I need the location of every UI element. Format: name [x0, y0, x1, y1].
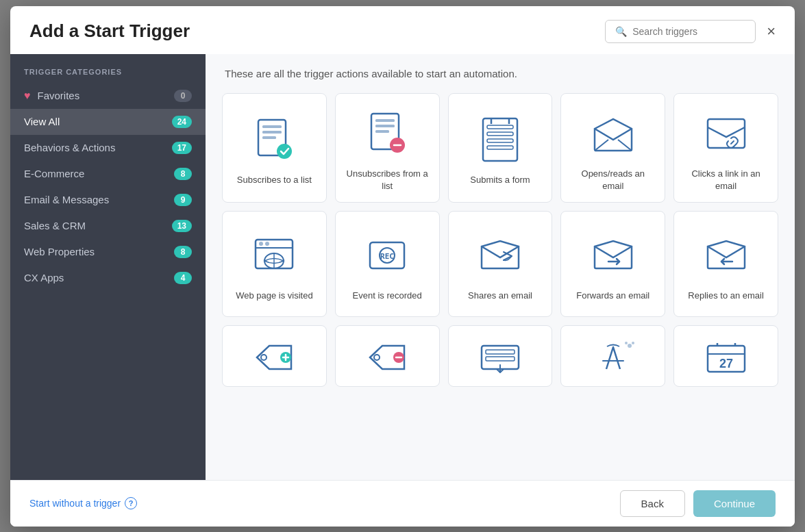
sidebar-label-favorites: Favorites	[38, 90, 80, 101]
sidebar-badge-favorites: 0	[174, 90, 192, 102]
trigger-label-submits-form: Submits a form	[470, 174, 530, 186]
svg-point-30	[374, 355, 380, 360]
data-import-icon	[473, 338, 528, 377]
sidebar-section-label: TRIGGER CATEGORIES	[10, 68, 206, 83]
sidebar-badge-email-messages: 9	[174, 194, 192, 206]
trigger-card-date-trigger[interactable]: 27	[673, 325, 778, 387]
svg-rect-3	[262, 136, 276, 139]
sidebar: TRIGGER CATEGORIES ♥ Favorites 0 View Al…	[10, 54, 206, 480]
trigger-label-opens-reads-email: Opens/reads an email	[569, 168, 656, 192]
sidebar-item-cx-apps[interactable]: CX Apps 4	[10, 265, 206, 291]
sidebar-item-sales-crm[interactable]: Sales & CRM 13	[10, 213, 206, 239]
email-share-icon	[473, 228, 528, 283]
sidebar-item-behaviors-actions[interactable]: Behaviors & Actions 17	[10, 135, 206, 161]
svg-rect-6	[375, 119, 395, 122]
modal-footer: Start without a trigger ? Back Continue	[10, 480, 795, 527]
sidebar-label-email-messages: Email & Messages	[24, 194, 109, 205]
svg-point-35	[628, 344, 632, 348]
add-trigger-modal: Add a Start Trigger 🔍 × TRIGGER CATEGORI…	[10, 6, 795, 527]
sidebar-item-email-messages[interactable]: Email & Messages 9	[10, 187, 206, 213]
form-icon	[473, 112, 528, 167]
svg-rect-34	[486, 357, 515, 361]
svg-point-4	[277, 144, 292, 159]
sidebar-label-web-properties: Web Properties	[24, 246, 95, 257]
continue-button[interactable]: Continue	[693, 490, 776, 517]
back-button[interactable]: Back	[620, 490, 685, 517]
triggers-grid: Subscribes to a list	[222, 93, 778, 387]
sidebar-badge-ecommerce: 8	[174, 168, 192, 180]
sidebar-label-ecommerce: E-Commerce	[24, 168, 84, 179]
sidebar-item-web-properties[interactable]: Web Properties 8	[10, 239, 206, 265]
email-link-icon	[699, 106, 754, 161]
sidebar-badge-behaviors-actions: 17	[172, 142, 192, 154]
email-reply-icon	[699, 228, 754, 283]
main-content: These are all the trigger actions availa…	[206, 54, 795, 480]
search-input[interactable]	[632, 26, 745, 37]
search-box[interactable]: 🔍	[605, 20, 756, 43]
svg-point-22	[265, 242, 269, 246]
start-without-trigger[interactable]: Start without a trigger ?	[29, 497, 137, 509]
sidebar-label-cx-apps: CX Apps	[24, 272, 64, 283]
webpage-icon	[247, 228, 301, 283]
heart-icon: ♥	[24, 90, 31, 102]
email-open-icon	[586, 106, 641, 161]
sidebar-badge-sales-crm: 13	[172, 220, 192, 232]
svg-rect-11	[487, 125, 513, 129]
trigger-card-subscribes-to-list[interactable]: Subscribes to a list	[222, 93, 327, 203]
sidebar-badge-web-properties: 8	[174, 246, 192, 258]
help-icon[interactable]: ?	[125, 497, 137, 509]
tag-remove-icon	[360, 338, 414, 377]
trigger-label-event-recorded: Event is recorded	[353, 290, 422, 302]
header-right: 🔍 ×	[605, 20, 776, 43]
trigger-card-tag-added[interactable]	[222, 325, 327, 387]
trigger-label-replies-email: Replies to an email	[688, 290, 764, 302]
close-button[interactable]: ×	[767, 24, 776, 39]
trigger-label-subscribes-to-list: Subscribes to a list	[237, 174, 312, 186]
modal-title: Add a Start Trigger	[29, 21, 190, 42]
svg-rect-13	[487, 139, 513, 142]
trigger-card-goal-achieved[interactable]	[560, 325, 665, 387]
trigger-card-web-page-visited[interactable]: Web page is visited	[222, 211, 327, 317]
svg-rect-2	[262, 131, 282, 134]
sidebar-badge-cx-apps: 4	[174, 272, 192, 284]
trigger-label-shares-email: Shares an email	[468, 290, 532, 302]
trigger-card-shares-email[interactable]: Shares an email	[448, 211, 553, 317]
trigger-label-clicks-link-email: Clicks a link in an email	[682, 168, 769, 192]
svg-rect-12	[487, 132, 513, 136]
svg-text:REC: REC	[380, 252, 394, 261]
trigger-card-unsubscribes-from-list[interactable]: Unsubscribes from a list	[335, 93, 440, 203]
svg-rect-1	[262, 125, 282, 128]
modal-body: TRIGGER CATEGORIES ♥ Favorites 0 View Al…	[10, 54, 795, 480]
goal-icon	[586, 338, 641, 377]
svg-rect-7	[375, 125, 395, 127]
sidebar-item-ecommerce[interactable]: E-Commerce 8	[10, 161, 206, 187]
sidebar-item-view-all[interactable]: View All 24	[10, 109, 206, 135]
sidebar-item-favorites[interactable]: ♥ Favorites 0	[10, 83, 206, 109]
svg-point-28	[261, 355, 267, 360]
svg-rect-8	[375, 130, 389, 133]
trigger-card-forwards-email[interactable]: Forwards an email	[560, 211, 665, 317]
calendar-icon: 27	[699, 338, 754, 377]
start-without-label: Start without a trigger	[29, 498, 121, 509]
sidebar-label-view-all: View All	[24, 116, 60, 127]
trigger-label-forwards-email: Forwards an email	[576, 290, 649, 302]
content-header: These are all the trigger actions availa…	[206, 54, 795, 86]
trigger-card-replies-email[interactable]: Replies to an email	[673, 211, 778, 317]
modal-header: Add a Start Trigger 🔍 ×	[10, 6, 795, 54]
trigger-card-opens-reads-email[interactable]: Opens/reads an email	[560, 93, 665, 203]
trigger-card-event-recorded[interactable]: REC Event is recorded	[335, 211, 440, 317]
trigger-label-web-page-visited: Web page is visited	[236, 290, 313, 302]
svg-rect-14	[487, 146, 513, 149]
trigger-card-tag-removed[interactable]	[335, 325, 440, 387]
sidebar-label-behaviors-actions: Behaviors & Actions	[24, 142, 115, 153]
footer-buttons: Back Continue	[620, 490, 776, 517]
trigger-card-submits-form[interactable]: Submits a form	[448, 93, 553, 203]
svg-point-36	[625, 342, 628, 344]
email-forward-icon	[586, 228, 641, 283]
trigger-card-data-import[interactable]	[448, 325, 553, 387]
svg-point-21	[259, 242, 263, 246]
search-icon: 🔍	[615, 26, 627, 37]
unsubscribe-icon	[360, 106, 414, 161]
triggers-area: Subscribes to a list	[206, 86, 795, 480]
trigger-card-clicks-link-email[interactable]: Clicks a link in an email	[673, 93, 778, 203]
